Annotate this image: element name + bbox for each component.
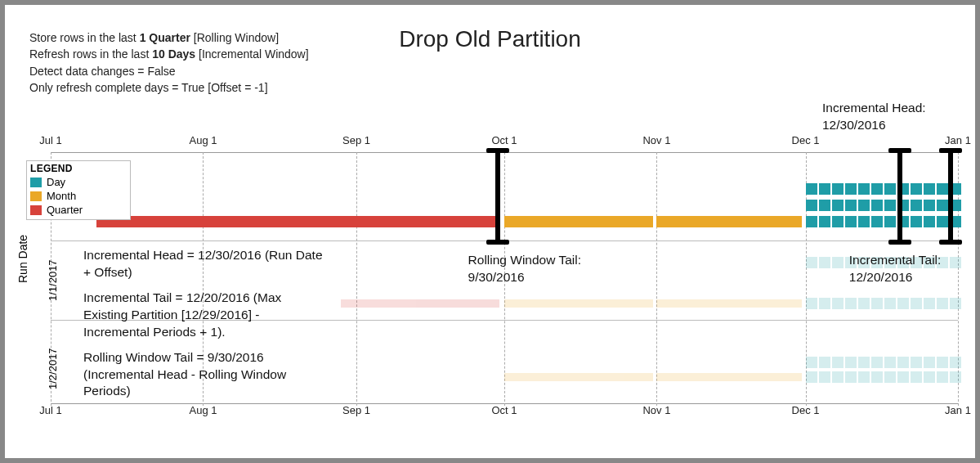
explain-p2: Incremental Tail = 12/20/2016 (Max Exist… <box>83 290 329 341</box>
legend-label-day: Day <box>47 176 65 188</box>
tick-nov: Nov 1 <box>642 134 670 146</box>
settings-line-1c: [Rolling Window] <box>190 31 279 44</box>
day-row-1 <box>806 183 961 195</box>
explain-p3: Rolling Window Tail = 9/30/2016 (Increme… <box>83 349 329 401</box>
tick-sep: Sep 1 <box>342 134 370 146</box>
tick-jul: Jul 1 <box>39 134 61 146</box>
legend-label-quarter: Quarter <box>47 204 83 216</box>
tick-jan: Jan 1 <box>945 134 971 146</box>
bar-month-oct <box>504 216 653 227</box>
marker-rolling-tail <box>486 148 509 245</box>
y-label-2: 1/2/2017 <box>47 348 59 389</box>
y-axis-title: Run Date <box>16 235 29 283</box>
settings-block: Store rows in the last 1 Quarter [Rollin… <box>29 29 309 96</box>
day-row-2 <box>806 200 961 211</box>
tick-dec: Dec 1 <box>792 134 820 146</box>
diagram-panel: Drop Old Partition Store rows in the las… <box>5 5 975 458</box>
tick-aug: Aug 1 <box>189 134 217 146</box>
y-label-1: 1/1/2017 <box>47 259 59 301</box>
settings-line-4: Only refresh complete days = True [Offse… <box>29 79 309 96</box>
legend: LEGEND Day Month Quarter <box>26 160 131 220</box>
tick-oct: Oct 1 <box>491 134 517 146</box>
legend-swatch-day <box>30 178 42 187</box>
settings-line-2c: [Incremental Window] <box>195 47 309 61</box>
legend-swatch-month <box>30 191 42 201</box>
bar-month-nov <box>656 216 802 227</box>
bar-quarter <box>96 216 500 227</box>
settings-line-2b: 10 Days <box>152 47 195 61</box>
legend-swatch-quarter <box>30 205 42 215</box>
callout-incremental-head: Incremental Head: 12/30/2016 <box>822 100 926 134</box>
callout-rolling-tail: Rolling Window Tail: 9/30/2016 <box>468 252 581 286</box>
settings-line-2a: Refresh rows in the last <box>29 47 152 61</box>
callout-incremental-tail: Incremental Tail: 12/20/2016 <box>849 252 975 286</box>
settings-line-3: Detect data changes = False <box>29 63 309 79</box>
marker-incremental-tail <box>888 148 911 245</box>
settings-line-1a: Store rows in the last <box>29 31 140 44</box>
explain-block: Incremental Head = 12/30/2016 (Run Date … <box>83 247 329 400</box>
legend-title: LEGEND <box>30 163 127 174</box>
marker-incremental-head <box>939 148 962 245</box>
settings-line-1b: 1 Quarter <box>140 31 190 44</box>
explain-p1: Incremental Head = 12/30/2016 (Run Date … <box>83 247 329 281</box>
legend-label-month: Month <box>47 190 76 202</box>
day-row-3 <box>806 216 961 227</box>
